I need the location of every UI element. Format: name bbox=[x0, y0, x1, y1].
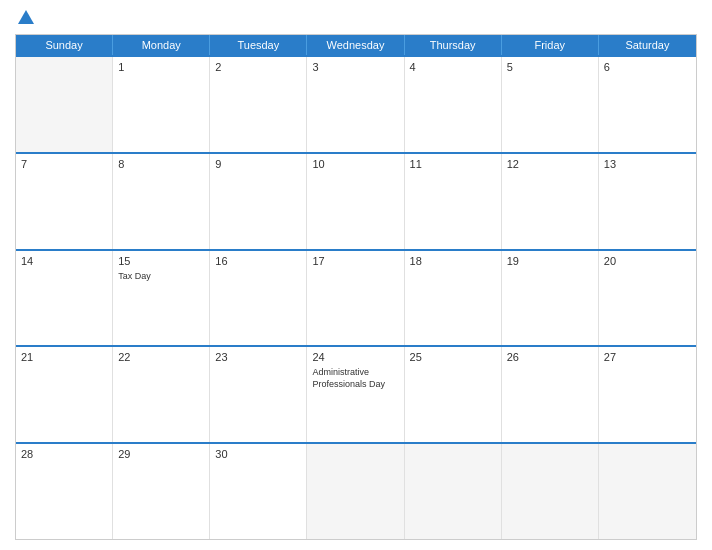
day-cell: 27 bbox=[599, 347, 696, 442]
day-cell: 9 bbox=[210, 154, 307, 249]
day-cell: 28 bbox=[16, 444, 113, 539]
event-label: Tax Day bbox=[118, 271, 204, 283]
day-cell bbox=[16, 57, 113, 152]
day-number: 25 bbox=[410, 351, 496, 363]
day-cell: 23 bbox=[210, 347, 307, 442]
day-cell: 18 bbox=[405, 251, 502, 346]
day-number: 8 bbox=[118, 158, 204, 170]
day-cell: 17 bbox=[307, 251, 404, 346]
day-number: 10 bbox=[312, 158, 398, 170]
day-cell: 24Administrative Professionals Day bbox=[307, 347, 404, 442]
day-cell: 29 bbox=[113, 444, 210, 539]
week-row-5: 282930 bbox=[16, 442, 696, 539]
day-cell: 21 bbox=[16, 347, 113, 442]
day-number: 5 bbox=[507, 61, 593, 73]
day-cell: 1 bbox=[113, 57, 210, 152]
day-cell bbox=[405, 444, 502, 539]
day-header-tuesday: Tuesday bbox=[210, 35, 307, 55]
day-cell: 11 bbox=[405, 154, 502, 249]
event-label: Administrative Professionals Day bbox=[312, 367, 398, 390]
day-cell: 7 bbox=[16, 154, 113, 249]
day-cell: 4 bbox=[405, 57, 502, 152]
day-cell: 10 bbox=[307, 154, 404, 249]
day-cell: 15Tax Day bbox=[113, 251, 210, 346]
day-number: 14 bbox=[21, 255, 107, 267]
week-row-2: 78910111213 bbox=[16, 152, 696, 249]
weeks-container: 123456789101112131415Tax Day161718192021… bbox=[16, 55, 696, 539]
day-headers: SundayMondayTuesdayWednesdayThursdayFrid… bbox=[16, 35, 696, 55]
day-number: 19 bbox=[507, 255, 593, 267]
week-row-4: 21222324Administrative Professionals Day… bbox=[16, 345, 696, 442]
day-cell bbox=[502, 444, 599, 539]
day-cell: 2 bbox=[210, 57, 307, 152]
day-header-wednesday: Wednesday bbox=[307, 35, 404, 55]
day-cell: 30 bbox=[210, 444, 307, 539]
day-cell: 26 bbox=[502, 347, 599, 442]
page: SundayMondayTuesdayWednesdayThursdayFrid… bbox=[0, 0, 712, 550]
day-cell: 16 bbox=[210, 251, 307, 346]
logo-triangle-icon bbox=[18, 10, 34, 24]
day-cell: 3 bbox=[307, 57, 404, 152]
day-cell: 8 bbox=[113, 154, 210, 249]
day-number: 24 bbox=[312, 351, 398, 363]
day-number: 21 bbox=[21, 351, 107, 363]
day-cell: 22 bbox=[113, 347, 210, 442]
day-number: 28 bbox=[21, 448, 107, 460]
day-cell: 20 bbox=[599, 251, 696, 346]
week-row-1: 123456 bbox=[16, 55, 696, 152]
day-cell: 12 bbox=[502, 154, 599, 249]
day-number: 4 bbox=[410, 61, 496, 73]
day-cell: 25 bbox=[405, 347, 502, 442]
day-header-saturday: Saturday bbox=[599, 35, 696, 55]
day-number: 23 bbox=[215, 351, 301, 363]
day-number: 6 bbox=[604, 61, 691, 73]
header bbox=[15, 10, 697, 26]
week-row-3: 1415Tax Day1617181920 bbox=[16, 249, 696, 346]
day-number: 1 bbox=[118, 61, 204, 73]
day-number: 7 bbox=[21, 158, 107, 170]
day-header-monday: Monday bbox=[113, 35, 210, 55]
day-cell bbox=[599, 444, 696, 539]
day-cell: 5 bbox=[502, 57, 599, 152]
day-header-sunday: Sunday bbox=[16, 35, 113, 55]
day-number: 15 bbox=[118, 255, 204, 267]
day-header-friday: Friday bbox=[502, 35, 599, 55]
day-cell bbox=[307, 444, 404, 539]
day-number: 9 bbox=[215, 158, 301, 170]
calendar: SundayMondayTuesdayWednesdayThursdayFrid… bbox=[15, 34, 697, 540]
day-cell: 13 bbox=[599, 154, 696, 249]
day-cell: 6 bbox=[599, 57, 696, 152]
day-number: 20 bbox=[604, 255, 691, 267]
day-number: 29 bbox=[118, 448, 204, 460]
day-number: 3 bbox=[312, 61, 398, 73]
day-number: 2 bbox=[215, 61, 301, 73]
day-number: 11 bbox=[410, 158, 496, 170]
logo bbox=[15, 10, 34, 26]
day-number: 27 bbox=[604, 351, 691, 363]
day-cell: 19 bbox=[502, 251, 599, 346]
day-number: 13 bbox=[604, 158, 691, 170]
day-number: 30 bbox=[215, 448, 301, 460]
day-number: 26 bbox=[507, 351, 593, 363]
day-number: 16 bbox=[215, 255, 301, 267]
day-cell: 14 bbox=[16, 251, 113, 346]
day-header-thursday: Thursday bbox=[405, 35, 502, 55]
day-number: 17 bbox=[312, 255, 398, 267]
day-number: 18 bbox=[410, 255, 496, 267]
day-number: 22 bbox=[118, 351, 204, 363]
day-number: 12 bbox=[507, 158, 593, 170]
